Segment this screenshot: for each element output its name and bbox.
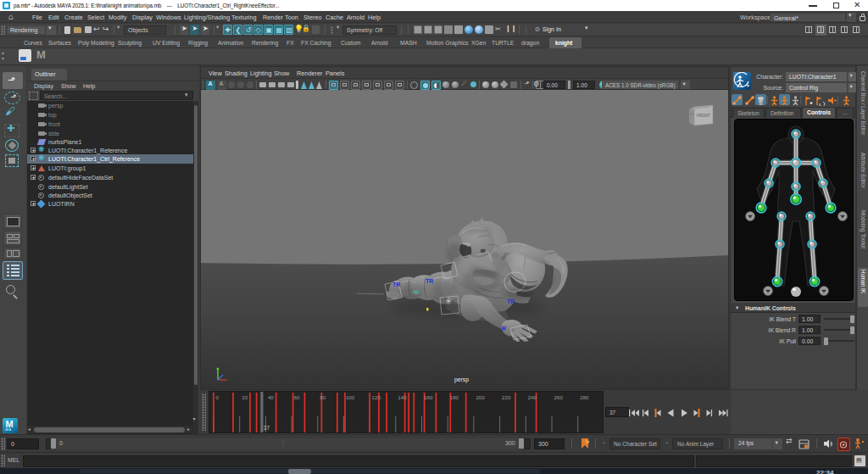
svg-text:280: 280 [580, 394, 589, 400]
svg-text:140: 140 [398, 394, 407, 400]
svg-text:UP: UP [690, 113, 693, 116]
svg-text:40: 40 [268, 394, 274, 400]
svg-text:37: 37 [264, 425, 270, 431]
svg-text:220: 220 [502, 394, 511, 400]
svg-text:20: 20 [242, 394, 248, 400]
svg-text:0: 0 [216, 394, 220, 400]
svg-text:TR: TR [392, 282, 400, 287]
svg-text:180: 180 [450, 394, 459, 400]
svg-text:FRONT: FRONT [697, 114, 710, 118]
svg-text:TR: TR [507, 298, 515, 304]
svg-text:240: 240 [528, 394, 537, 400]
svg-text:60: 60 [294, 394, 300, 400]
svg-text:200: 200 [476, 394, 485, 400]
svg-text:160: 160 [424, 394, 433, 400]
svg-text:100: 100 [346, 394, 355, 400]
svg-text:R: R [502, 326, 506, 332]
svg-text:120: 120 [372, 394, 381, 400]
svg-text:260: 260 [554, 394, 564, 400]
svg-text:80: 80 [320, 394, 326, 400]
svg-text:TR: TR [426, 278, 433, 284]
